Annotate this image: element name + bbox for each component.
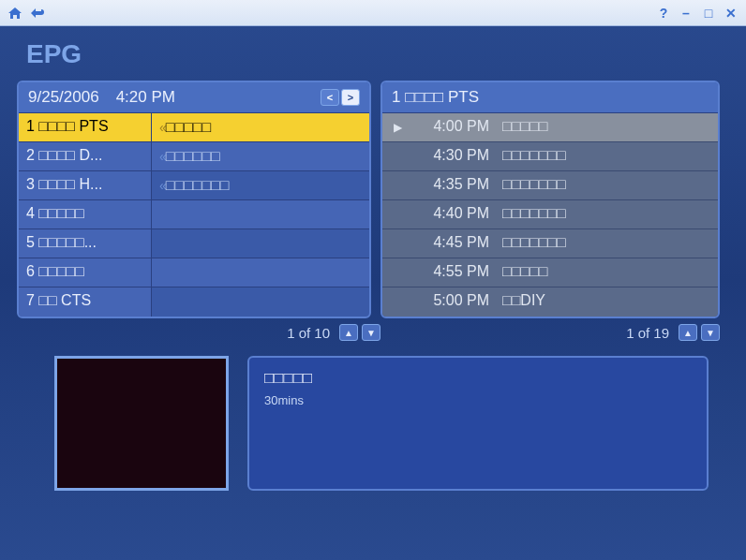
play-indicator-icon: [382, 171, 412, 199]
play-indicator-icon: [382, 200, 412, 228]
home-icon[interactable]: [6, 4, 24, 22]
channel-current-program: «□□□□□: [152, 113, 369, 141]
info-title: □□□□□: [264, 369, 692, 388]
program-row[interactable]: 4:35 PM□□□□□□□: [382, 171, 718, 200]
channel-name: 1 □□□□ PTS: [19, 113, 152, 141]
program-page-down-button[interactable]: ▼: [701, 324, 720, 341]
channel-row[interactable]: 6 □□□□□: [19, 258, 369, 287]
channel-name: 6 □□□□□: [19, 258, 152, 287]
program-title: □□□□□: [493, 258, 718, 287]
channel-name: 3 □□□□ H...: [19, 171, 152, 199]
maximize-icon[interactable]: □: [699, 4, 718, 22]
program-title: □□□□□□□: [493, 229, 718, 258]
program-time: 4:30 PM: [412, 142, 493, 170]
back-icon[interactable]: [28, 4, 47, 22]
program-row[interactable]: 4:30 PM□□□□□□□: [382, 142, 718, 171]
channel-panel: 9/25/2006 4:20 PM < > 1 □□□□ PTS«□□□□□2 …: [17, 81, 371, 318]
channel-list: 1 □□□□ PTS«□□□□□2 □□□□ D...«□□□□□□3 □□□□…: [19, 113, 369, 317]
play-indicator-icon: ▶: [382, 113, 412, 141]
program-title: □□DIY: [493, 287, 718, 317]
program-panel: 1 □□□□ PTS ▶4:00 PM□□□□□4:30 PM□□□□□□□4:…: [380, 81, 720, 318]
program-row[interactable]: 5:00 PM□□DIY: [382, 287, 718, 317]
channel-current-program: [152, 287, 369, 317]
program-row[interactable]: 4:40 PM□□□□□□□: [382, 200, 718, 229]
time-prev-button[interactable]: <: [321, 89, 339, 106]
channel-row[interactable]: 3 □□□□ H...«□□□□□□□: [19, 171, 369, 200]
channel-current-program: [152, 200, 369, 228]
channel-page-down-button[interactable]: ▼: [362, 324, 380, 341]
info-duration: 30mins: [264, 393, 692, 407]
program-title: □□□□□□□: [493, 142, 718, 170]
program-row[interactable]: 4:45 PM□□□□□□□: [382, 229, 718, 258]
program-title: □□□□□□□: [493, 200, 718, 228]
channel-row[interactable]: 4 □□□□□: [19, 200, 369, 229]
minimize-icon[interactable]: –: [677, 4, 695, 22]
channel-name: 2 □□□□ D...: [19, 142, 152, 170]
program-info: □□□□□ 30mins: [247, 356, 709, 491]
close-icon[interactable]: ✕: [722, 4, 740, 22]
channel-name: 4 □□□□□: [19, 200, 152, 228]
time-next-button[interactable]: >: [341, 89, 360, 106]
chevron-left-icon: «: [159, 149, 164, 164]
channel-current-program: «□□□□□□: [152, 142, 369, 170]
channel-row[interactable]: 2 □□□□ D...«□□□□□□: [19, 142, 369, 171]
channel-current-program: «□□□□□□□: [152, 171, 369, 199]
program-pager-text: 1 of 19: [626, 325, 669, 341]
header-time: 4:20 PM: [116, 88, 175, 107]
channel-current-program: [152, 258, 369, 287]
page-title: EPG: [0, 26, 746, 81]
channel-header: 9/25/2006 4:20 PM < >: [19, 82, 369, 113]
program-time: 4:00 PM: [412, 113, 493, 141]
channel-pager-text: 1 of 10: [287, 325, 330, 341]
channel-name: 5 □□□□□...: [19, 229, 152, 258]
program-row[interactable]: 4:55 PM□□□□□: [382, 258, 718, 287]
program-time: 4:45 PM: [412, 229, 493, 258]
program-channel-title: 1 □□□□ PTS: [392, 88, 479, 107]
channel-current-program: [152, 229, 369, 258]
channel-row[interactable]: 7 □□ CTS: [19, 287, 369, 317]
program-header: 1 □□□□ PTS: [382, 82, 718, 113]
titlebar: ? – □ ✕: [0, 0, 746, 26]
play-indicator-icon: [382, 287, 412, 317]
play-indicator-icon: [382, 229, 412, 258]
program-list: ▶4:00 PM□□□□□4:30 PM□□□□□□□4:35 PM□□□□□□…: [382, 113, 718, 317]
program-time: 4:35 PM: [412, 171, 493, 199]
channel-name: 7 □□ CTS: [19, 287, 152, 317]
program-time: 4:55 PM: [412, 258, 493, 287]
program-row[interactable]: ▶4:00 PM□□□□□: [382, 113, 718, 142]
play-indicator-icon: [382, 142, 412, 170]
help-icon[interactable]: ?: [654, 4, 673, 22]
channel-row[interactable]: 5 □□□□□...: [19, 229, 369, 258]
program-time: 5:00 PM: [412, 287, 493, 317]
program-title: □□□□□: [493, 113, 718, 141]
chevron-left-icon: «: [159, 178, 164, 193]
program-page-up-button[interactable]: ▲: [679, 324, 697, 341]
program-time: 4:40 PM: [412, 200, 493, 228]
header-date: 9/25/2006: [28, 88, 99, 107]
play-indicator-icon: [382, 258, 412, 287]
channel-row[interactable]: 1 □□□□ PTS«□□□□□: [19, 113, 369, 142]
channel-page-up-button[interactable]: ▲: [339, 324, 358, 341]
program-title: □□□□□□□: [493, 171, 718, 199]
video-preview[interactable]: [54, 356, 229, 491]
chevron-left-icon: «: [159, 120, 164, 135]
